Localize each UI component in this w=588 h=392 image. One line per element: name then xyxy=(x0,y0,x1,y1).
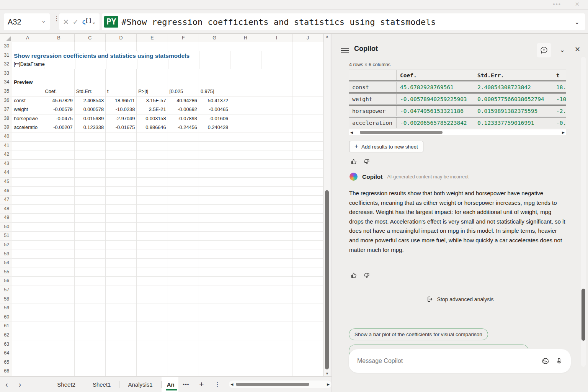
grid-cell-E34[interactable] xyxy=(137,78,168,87)
grid-cell-B37[interactable]: -0.00579 xyxy=(43,105,74,114)
grid-cell-H49[interactable] xyxy=(230,214,261,223)
grid-cell-J37[interactable] xyxy=(292,105,323,114)
grid-cell-J63[interactable] xyxy=(292,340,323,350)
grid-cell-G62[interactable] xyxy=(199,331,230,340)
grid-cell-B64[interactable] xyxy=(43,349,74,358)
row-header-49[interactable]: 49 xyxy=(0,214,12,223)
grid-cell-C62[interactable] xyxy=(75,331,106,340)
grid-cell-A37[interactable]: weight xyxy=(12,105,43,114)
grid-cell-E57[interactable] xyxy=(137,286,168,295)
grid-cell-F42[interactable] xyxy=(168,150,199,160)
grid-cell-G56[interactable] xyxy=(199,277,230,286)
grid-cell-G37[interactable]: -0.00465 xyxy=(199,105,230,114)
grid-cell-A35[interactable] xyxy=(12,87,43,96)
add-results-button[interactable]: + Add results to new sheet xyxy=(349,141,423,152)
grid-cell-J40[interactable] xyxy=(292,132,323,142)
grid-cell-B43[interactable] xyxy=(43,160,74,169)
column-header-A[interactable]: A xyxy=(12,34,43,42)
grid-cell-E48[interactable] xyxy=(137,205,168,214)
grid-cell-J39[interactable] xyxy=(292,123,323,132)
grid-cell-F55[interactable] xyxy=(168,268,199,277)
grid-cell-J46[interactable] xyxy=(292,187,323,196)
row-header-63[interactable]: 63 xyxy=(0,340,12,350)
grid-cell-H59[interactable] xyxy=(230,304,261,313)
grid-cell-D49[interactable] xyxy=(106,214,137,223)
grid-cell-A44[interactable] xyxy=(12,168,43,178)
row-header-59[interactable]: 59 xyxy=(0,304,12,313)
grid-cell-B41[interactable] xyxy=(43,142,74,151)
grid-cell-D51[interactable] xyxy=(106,232,137,241)
grid-cell-G54[interactable] xyxy=(199,259,230,268)
grid-cell-A48[interactable] xyxy=(12,205,43,214)
grid-cell-B46[interactable] xyxy=(43,187,74,196)
row-header-66[interactable]: 66 xyxy=(0,367,12,376)
grid-cell-I39[interactable] xyxy=(261,123,292,132)
grid-cell-F39[interactable]: -0.24456 xyxy=(168,123,199,132)
grid-cell-E32[interactable] xyxy=(137,60,168,69)
grid-cell-F50[interactable] xyxy=(168,223,199,232)
grid-cell-A60[interactable] xyxy=(12,313,43,322)
window-close-icon[interactable]: ✕ xyxy=(575,1,580,8)
grid-cell-H62[interactable] xyxy=(230,331,261,340)
row-header-54[interactable]: 54 xyxy=(0,259,12,268)
grid-cell-C41[interactable] xyxy=(75,142,106,151)
row-header-30[interactable]: 30 xyxy=(0,42,12,51)
row-header-47[interactable]: 47 xyxy=(0,196,12,205)
grid-cell-E59[interactable] xyxy=(137,304,168,313)
grid-cell-J44[interactable] xyxy=(292,168,323,178)
grid-cell-G55[interactable] xyxy=(199,268,230,277)
row-header-61[interactable]: 61 xyxy=(0,322,12,331)
grid-cell-H42[interactable] xyxy=(230,150,261,160)
grid-cell-I42[interactable] xyxy=(261,150,292,160)
grid-cell-A45[interactable] xyxy=(12,178,43,187)
grid-cell-D60[interactable] xyxy=(106,313,137,322)
grid-cell-A31[interactable]: Show regression coefficients and statist… xyxy=(12,51,44,60)
grid-cell-B57[interactable] xyxy=(43,286,74,295)
grid-cell-J61[interactable] xyxy=(292,322,323,331)
grid-cell-J50[interactable] xyxy=(292,223,323,232)
grid-cell-J45[interactable] xyxy=(292,178,323,187)
name-box-chevron-icon[interactable]: ⌄ xyxy=(41,17,46,24)
row-header-48[interactable]: 48 xyxy=(0,205,12,214)
grid-cell-J32[interactable] xyxy=(292,60,323,69)
grid-cell-J66[interactable] xyxy=(292,367,323,376)
grid-cell-I51[interactable] xyxy=(261,232,292,241)
column-header-H[interactable]: H xyxy=(230,34,261,42)
grid-cell-F59[interactable] xyxy=(168,304,199,313)
grid-cell-I41[interactable] xyxy=(261,142,292,151)
grid-cell-D53[interactable] xyxy=(106,250,137,259)
grid-cell-C56[interactable] xyxy=(75,277,106,286)
grid-cell-A51[interactable] xyxy=(12,232,43,241)
grid-cell-E38[interactable]: 0.003158 xyxy=(137,114,168,124)
message-composer[interactable] xyxy=(349,349,571,373)
grid-cell-A52[interactable] xyxy=(12,241,43,250)
row-header-33[interactable]: 33 xyxy=(0,69,12,78)
row-header-35[interactable]: 35 xyxy=(0,87,12,96)
grid-cell-J52[interactable] xyxy=(292,241,323,250)
grid-cell-G64[interactable] xyxy=(199,349,230,358)
add-sheet-button[interactable]: + xyxy=(194,380,209,389)
grid-cell-G42[interactable] xyxy=(199,150,230,160)
grid-cell-C52[interactable] xyxy=(75,241,106,250)
grid-cell-I30[interactable] xyxy=(261,42,292,51)
grid-cell-E53[interactable] xyxy=(137,250,168,259)
grid-cell-G39[interactable]: 0.240428 xyxy=(199,123,230,132)
grid-cell-A42[interactable] xyxy=(12,150,43,160)
grid-cell-F60[interactable] xyxy=(168,313,199,322)
sheet-tab-sheet2[interactable]: Sheet2 xyxy=(49,381,84,388)
grid-cell-H58[interactable] xyxy=(230,295,261,304)
grid-cell-C64[interactable] xyxy=(75,349,106,358)
grid-cell-E42[interactable] xyxy=(137,150,168,160)
window-more-icon[interactable]: ••• xyxy=(553,1,561,7)
grid-cell-E43[interactable] xyxy=(137,160,168,169)
grid-cell-F66[interactable] xyxy=(168,367,199,376)
grid-cell-C53[interactable] xyxy=(75,250,106,259)
grid-cell-D41[interactable] xyxy=(106,142,137,151)
grid-cell-J65[interactable] xyxy=(292,358,323,368)
grid-vertical-scrollbar[interactable]: ▲ ▼ xyxy=(323,34,330,376)
grid-cell-J42[interactable] xyxy=(292,150,323,160)
column-header-D[interactable]: D xyxy=(106,34,137,42)
grid-cell-F61[interactable] xyxy=(168,322,199,331)
grid-cell-H31[interactable] xyxy=(230,51,261,60)
grid-cell-G30[interactable] xyxy=(199,42,230,51)
